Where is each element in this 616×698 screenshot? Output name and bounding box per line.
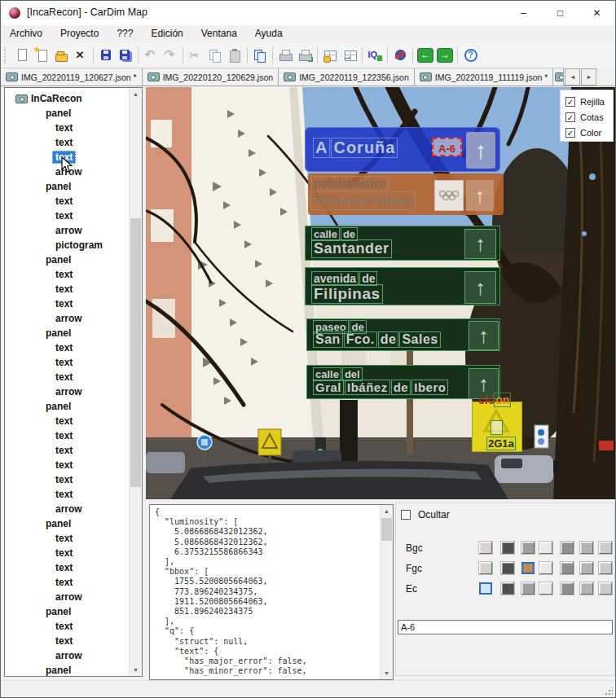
sign-works-2g1a[interactable]: cióon 2G1a bbox=[472, 395, 521, 450]
sign-text-line2[interactable]: SanFco.deSales bbox=[314, 332, 442, 347]
cut-button[interactable] bbox=[186, 45, 205, 66]
checkbox-rejilla[interactable]: ✓ bbox=[565, 97, 575, 107]
nav-back-button[interactable] bbox=[416, 45, 435, 66]
sign-text-line1[interactable]: polideportivo bbox=[312, 177, 390, 190]
help-button[interactable] bbox=[460, 45, 480, 66]
swatch-fgc-1[interactable] bbox=[479, 562, 492, 574]
resize-grip[interactable] bbox=[605, 687, 613, 696]
menu-[interactable]: ??? bbox=[108, 25, 142, 43]
menu-archivo[interactable]: Archivo bbox=[1, 25, 51, 43]
image-viewport[interactable]: ACoruña A-6 ↑ polideportivo Vallehermoso… bbox=[146, 87, 616, 499]
close-button[interactable]: ✕ bbox=[579, 1, 615, 25]
sign-text-line1[interactable]: avenidade bbox=[312, 272, 379, 285]
tree-node-arrow[interactable]: arrow bbox=[5, 590, 127, 604]
sign-a-coruna[interactable]: ACoruña A-6 ↑ bbox=[305, 127, 500, 172]
print-special-button[interactable] bbox=[295, 45, 315, 66]
tree-node-text[interactable]: text bbox=[5, 634, 127, 648]
new-from-template-button[interactable] bbox=[32, 45, 51, 66]
menu-ayuda[interactable]: Ayuda bbox=[246, 25, 292, 43]
swatch-bgc-4[interactable] bbox=[539, 542, 552, 554]
tree-node-text[interactable]: text bbox=[5, 135, 127, 150]
tree-node-text[interactable]: text bbox=[5, 560, 127, 575]
swatch-bgc-7[interactable] bbox=[599, 542, 612, 554]
checkbox-cotas[interactable]: ✓ bbox=[565, 112, 575, 122]
export-table-button[interactable] bbox=[320, 45, 340, 66]
tree-node-text[interactable]: text bbox=[5, 428, 127, 443]
menu-edicin[interactable]: Edición bbox=[142, 25, 191, 43]
tree-node-text[interactable]: text bbox=[5, 296, 127, 311]
tree-node-text[interactable]: text bbox=[5, 531, 127, 546]
sign-text-line1[interactable]: paseode bbox=[314, 321, 368, 333]
sign-polideportivo[interactable]: polideportivo Vallehermoso ↑ bbox=[308, 173, 504, 215]
sign-calle-del-gral-ibanez-de-ibero[interactable]: calledel GralIbáñezdeIbero ↑ bbox=[306, 365, 500, 399]
tree-node-text[interactable]: text bbox=[5, 458, 127, 472]
tree-node-text[interactable]: text bbox=[5, 619, 127, 634]
tree-scroll-thumb[interactable] bbox=[130, 218, 141, 487]
tree-node-text[interactable]: text bbox=[5, 575, 127, 590]
text-value-input[interactable] bbox=[398, 620, 613, 634]
swatch-bgc-2[interactable] bbox=[501, 542, 514, 554]
json-scrollbar[interactable]: ▲ ▼ bbox=[380, 505, 393, 679]
checkbox-ocultar[interactable] bbox=[401, 510, 411, 520]
iq-analysis-button[interactable] bbox=[365, 45, 385, 66]
import-table-button[interactable] bbox=[340, 45, 359, 66]
maximize-button[interactable]: □ bbox=[542, 1, 579, 25]
scroll-down-icon[interactable]: ▼ bbox=[130, 664, 142, 676]
close-file-button[interactable] bbox=[71, 45, 90, 66]
swatch-ec-1[interactable] bbox=[479, 582, 492, 595]
minimize-button[interactable]: – bbox=[505, 1, 542, 25]
tree-node-text[interactable]: text bbox=[5, 443, 127, 458]
print-button[interactable] bbox=[275, 45, 295, 66]
capture-tool-button[interactable] bbox=[390, 45, 410, 66]
tab-img_20220120_120629-json[interactable]: IMG_20220120_120629.json bbox=[143, 68, 279, 86]
tree-node-panel[interactable]: panel bbox=[5, 106, 127, 121]
tree-node-text[interactable]: text bbox=[5, 282, 127, 296]
tree-node-text[interactable]: text bbox=[5, 267, 127, 282]
tab-img_20220119_120627-json[interactable]: IMG_20220119_120627.json * bbox=[1, 68, 143, 86]
tree-node-text[interactable]: text bbox=[5, 472, 127, 487]
swatch-ec-6[interactable] bbox=[580, 582, 593, 595]
tree-node-text[interactable]: text bbox=[5, 121, 127, 135]
swatch-fgc-7[interactable] bbox=[599, 562, 612, 574]
swatch-fgc-4[interactable] bbox=[539, 562, 552, 574]
tree-node-text[interactable]: text bbox=[5, 487, 127, 502]
sign-text-coruna[interactable]: ACoruña bbox=[314, 138, 399, 157]
tree-node-text[interactable]: text bbox=[5, 370, 127, 384]
olympic-rings-pictogram[interactable] bbox=[434, 180, 464, 211]
tree-node-text[interactable]: text bbox=[5, 355, 127, 370]
tree-node-text[interactable]: text bbox=[5, 414, 127, 428]
scroll-down-icon[interactable]: ▼ bbox=[381, 667, 393, 679]
scroll-up-icon[interactable]: ▲ bbox=[130, 88, 142, 100]
save-all-button[interactable] bbox=[116, 45, 135, 66]
redo-button[interactable] bbox=[161, 45, 180, 66]
swatch-bgc-3[interactable] bbox=[521, 542, 535, 554]
tree-scrollbar[interactable]: ▲ ▼ bbox=[129, 88, 142, 676]
sign-paseo-de-san-fco-de-sales[interactable]: paseode SanFco.deSales ↑ bbox=[306, 318, 500, 351]
sign-text-line2[interactable]: Vallehermoso bbox=[311, 192, 417, 209]
tree-node-text[interactable]: text bbox=[5, 340, 127, 355]
tree-node-pictogram[interactable]: pictogram bbox=[5, 238, 127, 252]
tree-node-panel[interactable]: panel bbox=[5, 516, 127, 531]
tree-node-panel[interactable]: panel bbox=[5, 399, 127, 414]
scroll-up-icon[interactable]: ▲ bbox=[381, 505, 393, 517]
swatch-fgc-6[interactable] bbox=[580, 562, 593, 574]
sign-calle-de-santander[interactable]: callede Santander ↑ bbox=[305, 226, 500, 261]
sign-text-line2[interactable]: GralIbáñezdeIbero bbox=[314, 380, 450, 394]
tree-node-arrow[interactable]: arrow bbox=[5, 502, 127, 516]
new-document-button[interactable] bbox=[12, 45, 32, 66]
nav-forward-button[interactable] bbox=[435, 45, 455, 66]
swatch-ec-4[interactable] bbox=[539, 582, 552, 595]
checkbox-color[interactable]: ✓ bbox=[565, 128, 575, 138]
tab-partial[interactable] bbox=[553, 68, 564, 86]
json-scroll-thumb[interactable] bbox=[381, 518, 392, 541]
undo-button[interactable] bbox=[141, 45, 161, 66]
tree-node-arrow[interactable]: arrow bbox=[5, 311, 127, 326]
swatch-ec-5[interactable] bbox=[561, 582, 574, 595]
swatch-fgc-3[interactable] bbox=[521, 562, 535, 574]
swatch-bgc-5[interactable] bbox=[561, 542, 574, 554]
menu-proyecto[interactable]: Proyecto bbox=[51, 25, 108, 43]
save-button[interactable] bbox=[96, 45, 116, 66]
tree-node-panel[interactable]: panel bbox=[5, 179, 127, 194]
swatch-ec-3[interactable] bbox=[521, 582, 535, 595]
tree-node-panel[interactable]: panel bbox=[5, 663, 127, 677]
